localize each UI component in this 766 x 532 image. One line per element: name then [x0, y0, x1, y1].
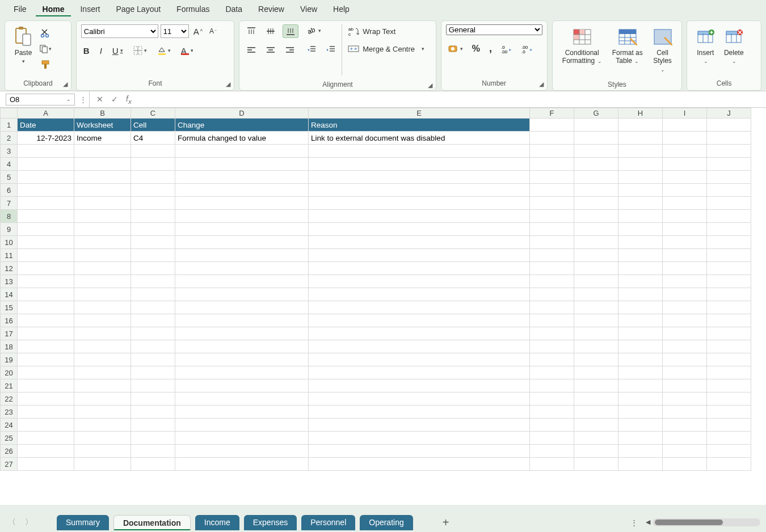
cell-A23[interactable] [18, 406, 74, 419]
cell-E1[interactable]: Reason [309, 119, 530, 132]
cell-C12[interactable] [131, 262, 175, 275]
clipboard-launcher[interactable]: ◢ [63, 81, 68, 88]
cell-F20[interactable] [530, 366, 574, 379]
cell-H18[interactable] [618, 340, 663, 353]
cell-H1[interactable] [618, 119, 663, 132]
menu-view[interactable]: View [293, 2, 324, 16]
cell-J13[interactable] [707, 275, 751, 288]
cell-F27[interactable] [530, 458, 574, 471]
cell-F2[interactable] [530, 132, 574, 145]
cell-B12[interactable] [74, 262, 131, 275]
cell-I8[interactable] [663, 210, 707, 223]
cell-G9[interactable] [574, 223, 618, 236]
sheet-tab-expenses[interactable]: Expenses [244, 515, 297, 530]
horizontal-scrollbar[interactable]: ◀ [653, 518, 760, 526]
cell-E9[interactable] [309, 223, 530, 236]
cell-C25[interactable] [131, 432, 175, 445]
cell-A8[interactable] [18, 210, 74, 223]
cell-C18[interactable] [131, 340, 175, 353]
column-header-D[interactable]: D [175, 108, 309, 119]
cell-I27[interactable] [663, 458, 707, 471]
cell-G2[interactable] [574, 132, 618, 145]
cell-A15[interactable] [18, 301, 74, 314]
font-launcher[interactable]: ◢ [226, 81, 230, 88]
cell-B16[interactable] [74, 314, 131, 327]
cell-F6[interactable] [530, 184, 574, 197]
cell-F19[interactable] [530, 353, 574, 366]
cell-B5[interactable] [74, 171, 131, 184]
cell-A22[interactable] [18, 392, 74, 406]
cell-B25[interactable] [74, 432, 131, 445]
cell-I14[interactable] [663, 288, 707, 301]
align-top-button[interactable] [244, 25, 259, 37]
cell-J26[interactable] [707, 445, 751, 458]
cell-F23[interactable] [530, 406, 574, 419]
cell-I4[interactable] [663, 158, 707, 171]
cell-J16[interactable] [707, 314, 751, 327]
number-format-select[interactable]: General [446, 24, 542, 35]
cell-I22[interactable] [663, 392, 707, 406]
row-header-3[interactable]: 3 [1, 145, 18, 158]
cell-E22[interactable] [309, 392, 530, 406]
cell-A11[interactable] [18, 249, 74, 262]
cell-E12[interactable] [309, 262, 530, 275]
cell-E4[interactable] [309, 158, 530, 171]
cell-D1[interactable]: Change [175, 119, 309, 132]
row-header-25[interactable]: 25 [1, 432, 18, 445]
cell-I2[interactable] [663, 132, 707, 145]
column-header-H[interactable]: H [618, 108, 663, 119]
cell-C11[interactable] [131, 249, 175, 262]
format-painter-button[interactable] [39, 58, 52, 71]
cell-F15[interactable] [530, 301, 574, 314]
cell-A25[interactable] [18, 432, 74, 445]
sheet-tab-documentation[interactable]: Documentation [113, 515, 191, 530]
cell-I13[interactable] [663, 275, 707, 288]
menu-insert[interactable]: Insert [73, 2, 107, 16]
cell-H24[interactable] [618, 419, 663, 432]
cell-J21[interactable] [707, 379, 751, 392]
cell-C13[interactable] [131, 275, 175, 288]
cell-B11[interactable] [74, 249, 131, 262]
cell-D18[interactable] [175, 340, 309, 353]
cell-G16[interactable] [574, 314, 618, 327]
cell-C16[interactable] [131, 314, 175, 327]
cell-I1[interactable] [663, 119, 707, 132]
column-header-J[interactable]: J [707, 108, 751, 119]
font-color-button[interactable]: A▾ [179, 44, 196, 57]
cell-D27[interactable] [175, 458, 309, 471]
fill-color-button[interactable]: ▾ [155, 44, 173, 57]
align-bottom-button[interactable] [283, 24, 298, 38]
cell-F7[interactable] [530, 197, 574, 210]
cell-D9[interactable] [175, 223, 309, 236]
cell-D2[interactable]: Formula changed to value [175, 132, 309, 145]
cell-H13[interactable] [618, 275, 663, 288]
cell-A9[interactable] [18, 223, 74, 236]
spreadsheet-grid[interactable]: ABCDEFGHIJ1DateWorksheetCellChangeReason… [0, 108, 766, 505]
row-header-9[interactable]: 9 [1, 223, 18, 236]
row-header-13[interactable]: 13 [1, 275, 18, 288]
cell-C6[interactable] [131, 184, 175, 197]
cell-I10[interactable] [663, 236, 707, 249]
row-header-26[interactable]: 26 [1, 445, 18, 458]
cell-I9[interactable] [663, 223, 707, 236]
cell-D5[interactable] [175, 171, 309, 184]
cell-H16[interactable] [618, 314, 663, 327]
sheet-nav-prev[interactable]: 〈 [6, 515, 18, 530]
cell-J24[interactable] [707, 419, 751, 432]
column-header-I[interactable]: I [663, 108, 707, 119]
cell-G26[interactable] [574, 445, 618, 458]
cell-E26[interactable] [309, 445, 530, 458]
cell-B19[interactable] [74, 353, 131, 366]
cell-C9[interactable] [131, 223, 175, 236]
cell-E5[interactable] [309, 171, 530, 184]
cell-E19[interactable] [309, 353, 530, 366]
sheet-tab-operating[interactable]: Operating [360, 515, 413, 530]
cell-B14[interactable] [74, 288, 131, 301]
row-header-8[interactable]: 8 [1, 210, 18, 223]
cell-A1[interactable]: Date [18, 119, 74, 132]
row-header-4[interactable]: 4 [1, 158, 18, 171]
orientation-button[interactable]: ab▾ [304, 24, 323, 37]
italic-button[interactable]: I [98, 44, 104, 57]
cell-F21[interactable] [530, 379, 574, 392]
cell-E15[interactable] [309, 301, 530, 314]
